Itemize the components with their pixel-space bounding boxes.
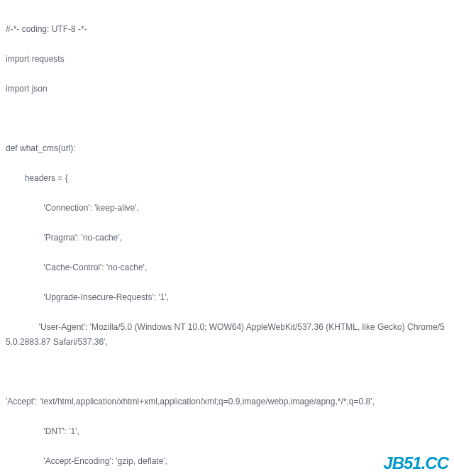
code-line: 'Cache-Control': 'no-cache', [6,260,450,275]
code-line: 'Pragma': 'no-cache', [6,231,450,245]
code-line: 'DNT': '1', [6,424,450,439]
code-line: 'Upgrade-Insecure-Requests': '1', [6,290,450,305]
watermark-logo: JB51.CC [383,453,448,473]
code-line: import requests [6,52,450,67]
code-line: 'Accept': 'text/html,application/xhtml+x… [6,394,450,409]
code-line [6,365,450,380]
code-line [6,111,450,126]
code-line: import json [6,82,450,96]
code-line: 'Connection': 'keep-alive', [6,201,450,216]
code-line: #-*- coding: UTF-8 -*- [6,22,450,37]
code-line: headers = { [6,171,450,186]
code-block: #-*- coding: UTF-8 -*- import requests i… [0,0,454,476]
code-line: 'User-Agent': 'Mozilla/5.0 (Windows NT 1… [6,320,450,350]
code-line: def what_cms(url): [6,141,450,156]
